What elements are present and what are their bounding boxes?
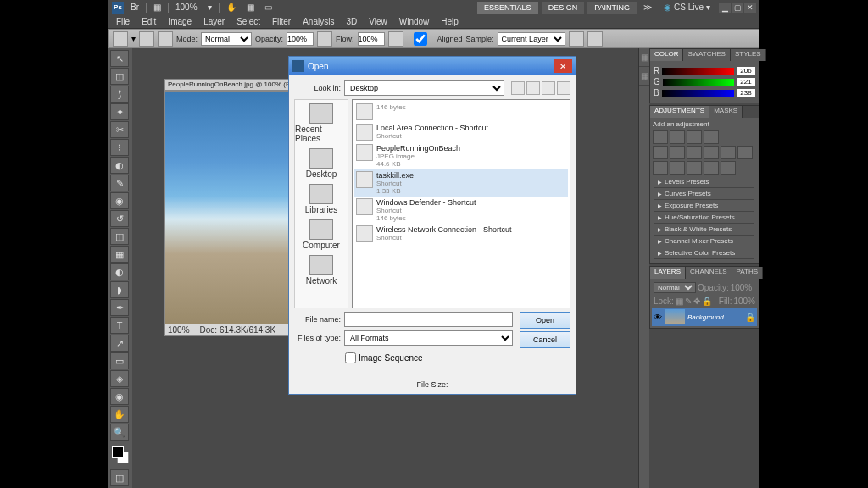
history-collapsed-icon[interactable]: ▦ [639,48,649,67]
zoom-tool[interactable]: 🔍 [110,424,129,441]
adj-threshold-icon[interactable] [687,161,702,175]
file-item[interactable]: Local Area Connection - ShortcutShortcut [354,122,568,142]
flow-input[interactable] [358,32,385,46]
preset-curves-presets[interactable]: Curves Presets [654,188,754,200]
menu-window[interactable]: Window [393,15,436,28]
close-icon[interactable]: ✕ [744,3,756,13]
wand-tool[interactable]: ✦ [110,103,129,120]
place-computer[interactable]: Computer [303,219,340,250]
brush-panel-icon[interactable] [158,31,173,47]
g-slider[interactable] [663,79,734,86]
lock-position-icon[interactable]: ✥ [693,297,700,306]
adj-exposure-icon[interactable] [704,130,719,144]
blur-tool[interactable]: ◐ [110,263,129,280]
file-item[interactable]: PeopleRunningOnBeachJPEG image44.6 KB [354,142,568,169]
filetype-select[interactable]: All Formats [344,330,513,346]
viewmenu-icon[interactable] [557,81,570,95]
blend-mode-select[interactable]: Normal [654,282,696,293]
opacity-input[interactable] [287,32,314,46]
workspace-tab-painting[interactable]: PAINTING [587,2,637,14]
dialog-close-icon[interactable]: ✕ [554,59,572,73]
place-desktop[interactable]: Desktop [306,148,337,179]
lock-all-icon[interactable]: 🔒 [702,297,712,306]
dodge-tool[interactable]: ◗ [110,281,129,298]
file-item[interactable]: Wireless Network Connection - ShortcutSh… [354,224,568,244]
quickmask-tool[interactable]: ◫ [110,469,129,486]
adj-posterize-icon[interactable] [670,161,685,175]
cancel-button[interactable]: Cancel [520,331,570,348]
history-brush-tool[interactable]: ↺ [110,210,129,227]
preset-exposure-presets[interactable]: Exposure Presets [654,200,754,212]
hand-tool-icon[interactable]: ✋ [223,3,240,12]
file-item[interactable]: 146 bytes [354,102,568,122]
b-slider[interactable] [662,90,734,97]
adj-gradientmap-icon[interactable] [704,161,719,175]
menu-file[interactable]: File [110,15,136,28]
menu-layer[interactable]: Layer [198,15,231,28]
tool-preset-icon[interactable] [113,31,128,47]
color-swatch[interactable] [110,445,131,469]
adj-brightness-icon[interactable] [653,130,668,144]
preset-black-white-presets[interactable]: Black & White Presets [654,224,754,236]
tab-swatches[interactable]: SWATCHES [683,49,730,61]
adj-colorbalance-icon[interactable] [687,146,702,159]
tab-masks[interactable]: MASKS [709,106,743,118]
adj-channelmixer-icon[interactable] [737,146,753,159]
ignore-adj-icon[interactable] [569,31,584,47]
open-button[interactable]: Open [520,312,570,329]
back-icon[interactable] [511,81,525,95]
adj-selectivecolor-icon[interactable] [721,161,736,175]
visibility-icon[interactable]: 👁 [654,313,662,322]
brush-tool[interactable]: ✎ [110,175,129,191]
brush-preset-icon[interactable] [139,31,154,47]
place-network[interactable]: Network [306,255,337,286]
doc-zoom[interactable]: 100% [168,325,190,335]
cslive-button[interactable]: ◉CS Live▾ [659,1,715,14]
up-icon[interactable] [526,81,540,95]
marquee-tool[interactable]: ◫ [110,68,129,85]
lookin-select[interactable]: Desktop [344,80,504,96]
arrange-icon[interactable]: ▦ [243,3,258,12]
restore-icon[interactable]: ▢ [732,3,743,13]
foreground-color[interactable] [112,446,124,458]
tab-paths[interactable]: PATHS [732,267,763,279]
3d-tool[interactable]: ◈ [110,370,129,387]
adj-curves-icon[interactable] [687,130,702,144]
adj-bw-icon[interactable] [704,146,719,159]
tab-styles[interactable]: STYLES [731,49,766,61]
workspace-more-icon[interactable]: ≫ [640,3,655,12]
menu-view[interactable]: View [363,15,393,28]
pressure-size-icon[interactable] [587,31,603,47]
airbrush-icon[interactable] [388,31,403,47]
file-item[interactable]: taskkill.exeShortcut1.33 KB [354,169,568,197]
place-recent-places[interactable]: Recent Places [295,103,348,143]
imageseq-checkbox[interactable] [345,352,356,363]
preset-levels-presets[interactable]: Levels Presets [654,176,754,188]
tab-adjustments[interactable]: ADJUSTMENTS [650,106,709,118]
b-value[interactable]: 238 [737,89,755,97]
menu-edit[interactable]: Edit [136,15,162,28]
tab-color[interactable]: COLOR [650,49,683,61]
preset-hue-saturation-presets[interactable]: Hue/Saturation Presets [654,212,754,224]
filename-input[interactable] [344,312,513,327]
menu-help[interactable]: Help [435,15,465,28]
gradient-tool[interactable]: ▦ [110,246,129,263]
sample-select[interactable]: Current Layer [498,32,565,46]
shape-tool[interactable]: ▭ [110,352,129,369]
screen-mode-icon[interactable]: ▭ [261,3,275,12]
eraser-tool[interactable]: ◫ [110,228,129,245]
g-value[interactable]: 221 [737,78,755,86]
place-libraries[interactable]: Libraries [305,184,337,214]
pen-tool[interactable]: ✒ [110,299,129,316]
adj-hue-icon[interactable] [670,146,685,159]
zoom-dropdown-icon[interactable]: ▾ [204,3,215,12]
type-tool[interactable]: T [110,317,129,334]
adj-levels-icon[interactable] [670,130,685,144]
preset-channel-mixer-presets[interactable]: Channel Mixer Presets [654,236,754,247]
eyedropper-tool[interactable]: ⁝ [110,139,129,156]
hand-tool[interactable]: ✋ [110,406,129,423]
tab-layers[interactable]: LAYERS [650,267,686,279]
file-item[interactable]: Windows Defender - ShortcutShortcut146 b… [354,197,568,224]
menu-analysis[interactable]: Analysis [297,15,340,28]
menu-image[interactable]: Image [162,15,198,28]
